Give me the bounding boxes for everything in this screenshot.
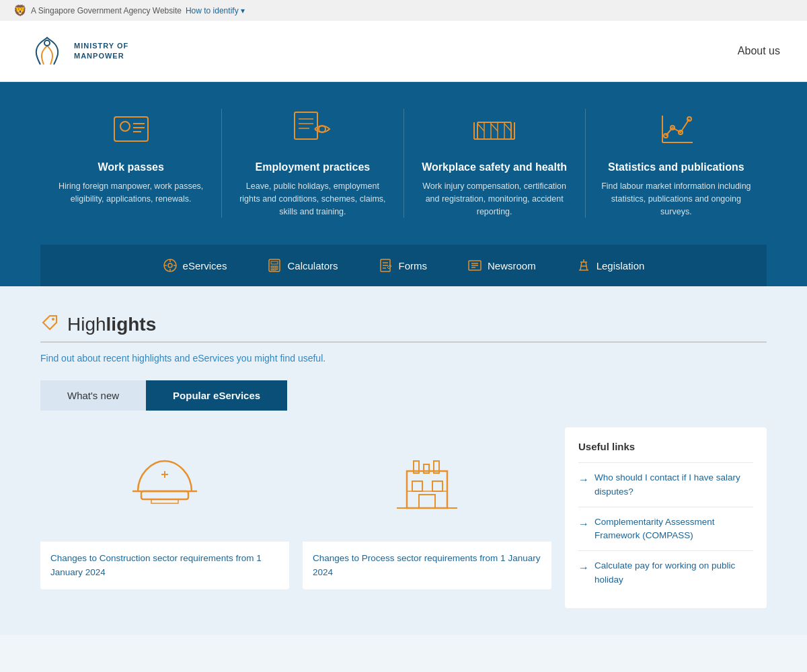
how-to-identify-link[interactable]: How to identify ▾ — [186, 6, 245, 15]
svg-rect-39 — [276, 266, 278, 269]
legislation-label: Legislation — [597, 260, 645, 271]
work-passes-icon — [108, 109, 155, 149]
hero-card-safety[interactable]: Workplace safety and health Work injury … — [404, 109, 586, 218]
card-construction-text: Changes to Construction sector requireme… — [40, 542, 289, 589]
hero-card-work-passes[interactable]: Work passes Hiring foreign manpower, wor… — [40, 109, 222, 218]
svg-rect-64 — [432, 481, 443, 491]
svg-line-21 — [491, 124, 498, 131]
card-construction-image — [40, 427, 289, 542]
logo[interactable]: MINISTRY OF MANPOWER — [27, 31, 128, 71]
construction-helmet-icon — [124, 444, 205, 525]
logo-text: MINISTRY OF MANPOWER — [74, 41, 128, 62]
employment-icon — [289, 109, 336, 149]
svg-rect-1 — [114, 117, 148, 141]
svg-line-22 — [504, 124, 511, 131]
svg-rect-65 — [419, 495, 435, 508]
arrow-icon-holiday: → — [578, 560, 589, 576]
eservices-label: eServices — [183, 260, 227, 271]
safety-title: Workplace safety and health — [418, 161, 572, 173]
svg-point-56 — [52, 318, 54, 321]
gov-banner-text: A Singapore Government Agency Website — [31, 6, 182, 15]
useful-links-heading: Useful links — [578, 441, 753, 452]
useful-link-public-holiday[interactable]: → Calculate pay for working on public ho… — [578, 550, 753, 595]
employment-desc: Leave, public holidays, employment right… — [235, 180, 389, 218]
useful-link-compass[interactable]: → Complementarity Assessment Framework (… — [578, 507, 753, 551]
tag-icon — [40, 313, 59, 332]
highlights-divider — [40, 341, 767, 343]
highlights-tabs: What's new Popular eServices — [40, 380, 767, 411]
svg-line-20 — [477, 124, 484, 131]
hero-card-statistics[interactable]: Statistics and publications Find labour … — [586, 109, 767, 218]
salary-disputes-text: Who should I contact if I have salary di… — [594, 471, 753, 499]
safety-desc: Work injury compensation, certification … — [418, 180, 572, 218]
statistics-icon — [652, 109, 699, 149]
svg-rect-63 — [412, 481, 422, 491]
arrow-icon-salary: → — [578, 472, 589, 488]
hero-card-employment[interactable]: Employment practices Leave, public holid… — [222, 109, 404, 218]
svg-rect-40 — [271, 269, 273, 270]
tab-popular-eservices[interactable]: Popular eServices — [146, 380, 287, 411]
forms-icon — [378, 258, 393, 273]
hero-section: Work passes Hiring foreign manpower, wor… — [0, 82, 807, 286]
nav-eservices[interactable]: eServices — [163, 255, 227, 276]
factory-icon — [387, 444, 467, 525]
employment-title: Employment practices — [235, 161, 389, 173]
lion-icon: 🦁 — [13, 4, 27, 17]
statistics-desc: Find labour market information including… — [599, 180, 753, 218]
nav-legislation[interactable]: Legislation — [576, 255, 645, 276]
mom-logo-icon — [27, 31, 67, 71]
work-passes-title: Work passes — [54, 161, 208, 173]
arrow-icon-compass: → — [578, 516, 589, 532]
highlights-header: Highlights — [40, 313, 767, 336]
useful-links-panel: Useful links → Who should I contact if I… — [565, 427, 767, 608]
work-passes-desc: Hiring foreign manpower, work passes, el… — [54, 180, 208, 206]
hero-nav: eServices Calculators Forms — [40, 245, 767, 286]
tab-whats-new[interactable]: What's new — [40, 380, 146, 411]
useful-link-salary-disputes[interactable]: → Who should I contact if I have salary … — [578, 462, 753, 507]
nav-forms[interactable]: Forms — [378, 255, 427, 276]
svg-rect-36 — [271, 261, 278, 264]
compass-text: Complementarity Assessment Framework (CO… — [594, 515, 753, 543]
card-process-image — [303, 427, 551, 542]
about-us-nav[interactable]: About us — [738, 45, 780, 57]
calculators-icon — [267, 258, 282, 273]
card-process-text: Changes to Process sector requirements f… — [303, 542, 551, 589]
site-header: MINISTRY OF MANPOWER About us — [0, 21, 807, 82]
highlights-title: Highlights — [67, 314, 156, 335]
svg-rect-58 — [141, 491, 188, 499]
safety-icon — [471, 109, 518, 149]
highlights-subtitle: Find out about recent highlights and eSe… — [40, 353, 767, 364]
gov-banner: 🦁 A Singapore Government Agency Website … — [0, 0, 807, 21]
card-construction[interactable]: Changes to Construction sector requireme… — [40, 427, 289, 589]
newsroom-label: Newsroom — [488, 260, 536, 271]
svg-rect-37 — [271, 266, 273, 267]
content-grid: Changes to Construction sector requireme… — [40, 427, 767, 608]
calculators-label: Calculators — [287, 260, 338, 271]
svg-rect-41 — [274, 269, 276, 270]
svg-rect-38 — [274, 266, 276, 267]
forms-label: Forms — [398, 260, 427, 271]
nav-newsroom[interactable]: Newsroom — [467, 255, 536, 276]
card-process[interactable]: Changes to Process sector requirements f… — [303, 427, 551, 589]
svg-rect-6 — [295, 112, 317, 139]
main-content: Highlights Find out about recent highlig… — [0, 286, 807, 635]
legislation-icon — [576, 258, 591, 273]
highlights-icon — [40, 313, 59, 336]
statistics-title: Statistics and publications — [599, 161, 753, 173]
svg-point-2 — [120, 122, 130, 131]
newsroom-icon — [467, 258, 482, 273]
eservices-icon — [163, 258, 178, 273]
svg-point-30 — [168, 263, 172, 267]
hero-cards: Work passes Hiring foreign manpower, wor… — [40, 109, 767, 245]
nav-calculators[interactable]: Calculators — [267, 255, 338, 276]
public-holiday-text: Calculate pay for working on public holi… — [594, 559, 753, 587]
